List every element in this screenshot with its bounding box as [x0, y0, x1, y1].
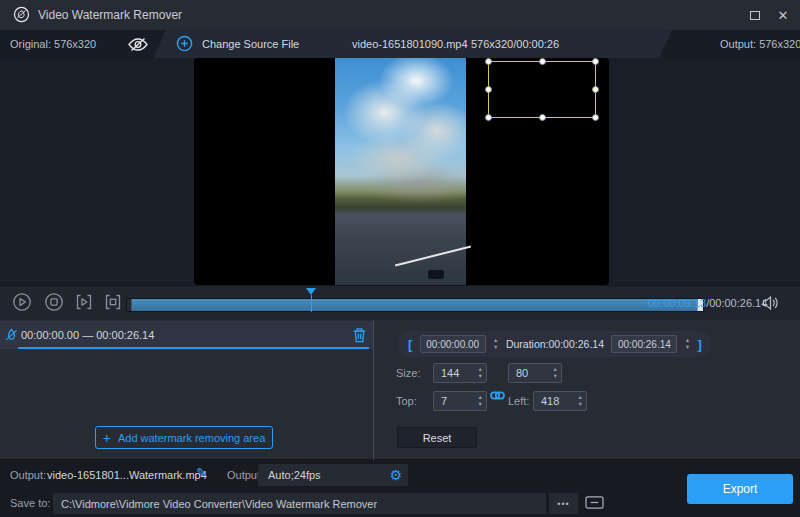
spin-down-icon[interactable]: ▼: [553, 374, 558, 379]
size-width-value[interactable]: 144: [434, 367, 478, 379]
change-source-file-button[interactable]: Change Source File: [202, 38, 299, 50]
spin-down-icon[interactable]: ▼: [478, 402, 483, 407]
selection-handle[interactable]: [539, 114, 546, 121]
watermark-area-row[interactable]: 00:00:00.00 — 00:00:26.14: [0, 321, 373, 349]
spin-down-icon[interactable]: ▼: [478, 374, 483, 379]
size-label: Size:: [396, 367, 420, 379]
spin-down-icon[interactable]: ▼: [578, 402, 583, 407]
start-time-field[interactable]: 00:00:00.00: [420, 335, 486, 353]
time-range-strip: [ 00:00:00.00 ▲ ▼ Duration:00:00:26.14 0…: [398, 331, 712, 357]
top-field[interactable]: 7 ▲ ▼: [433, 391, 487, 411]
selection-handle[interactable]: [592, 114, 599, 121]
format-settings-gear-icon[interactable]: ⚙: [389, 468, 408, 482]
plus-icon: +: [103, 431, 111, 445]
range-start-bracket: [: [408, 337, 412, 352]
left-field[interactable]: 418 ▲ ▼: [533, 391, 587, 411]
selection-handle[interactable]: [539, 58, 546, 65]
play-button[interactable]: [12, 292, 32, 312]
duration-label: Duration:00:00:26.14: [506, 338, 604, 350]
save-path-field[interactable]: C:\Vidmore\Vidmore Video Converter\Video…: [53, 493, 546, 514]
output-filename: video-1651801...Watermark.mp4: [47, 469, 207, 481]
selection-handle[interactable]: [592, 86, 599, 93]
size-width-field[interactable]: 144 ▲ ▼: [433, 363, 487, 383]
output-resolution-label: Output: 576x320: [720, 38, 800, 50]
stop-segment-button[interactable]: [103, 292, 123, 312]
spin-up-icon[interactable]: ▲: [553, 367, 558, 372]
source-filename-label: video-1651801090.mp4: [352, 38, 468, 50]
close-button[interactable]: ✕: [770, 0, 796, 30]
watermark-selection-box[interactable]: [488, 61, 596, 118]
trim-start-handle[interactable]: [127, 299, 132, 311]
spin-up-icon[interactable]: ▲: [493, 338, 498, 343]
spin-up-icon[interactable]: ▲: [685, 338, 690, 343]
spin-down-icon[interactable]: ▼: [493, 345, 498, 350]
end-time-field[interactable]: 00:00:26.14: [611, 335, 677, 353]
open-folder-icon[interactable]: [584, 494, 605, 515]
preview-toggle-eye-icon[interactable]: [127, 37, 149, 56]
app-logo-icon: [13, 6, 30, 23]
source-dimensions-label: 576x320/00:00:26: [471, 38, 559, 50]
range-end-bracket: ]: [698, 337, 702, 352]
video-preview: [335, 58, 466, 285]
preview-area: [0, 58, 800, 285]
top-value[interactable]: 7: [434, 395, 478, 407]
size-height-stepper[interactable]: ▲ ▼: [553, 367, 561, 379]
save-to-label: Save to:: [10, 497, 50, 509]
volume-icon[interactable]: [762, 295, 781, 315]
output-file-label: Output:: [10, 469, 46, 481]
size-width-stepper[interactable]: ▲ ▼: [478, 367, 486, 379]
app-window: Video Watermark Remover ✕ Original: 576x…: [0, 0, 800, 517]
original-resolution-label: Original: 576x320: [10, 38, 96, 50]
total-time: /00:00:26.14: [706, 297, 767, 309]
toolbar: Original: 576x320 Change Source File vid…: [0, 30, 800, 58]
bottom-bar: Output: video-1651801...Watermark.mp4 ✎ …: [0, 460, 800, 517]
left-value[interactable]: 418: [534, 395, 578, 407]
watermark-time-range: 00:00:00.00 — 00:00:26.14: [21, 329, 154, 341]
play-segment-button[interactable]: [74, 292, 94, 312]
spin-up-icon[interactable]: ▲: [578, 395, 583, 400]
delete-watermark-icon[interactable]: [352, 327, 367, 347]
output-format-select[interactable]: Auto;24fps ⚙: [258, 464, 408, 486]
spin-down-icon[interactable]: ▼: [685, 345, 690, 350]
top-label: Top:: [396, 395, 417, 407]
spin-up-icon[interactable]: ▲: [478, 367, 483, 372]
selection-handle[interactable]: [485, 58, 492, 65]
top-stepper[interactable]: ▲ ▼: [478, 395, 486, 407]
playhead-line: [311, 295, 312, 312]
size-height-value[interactable]: 80: [509, 367, 553, 379]
video-frame: [194, 58, 609, 285]
add-source-plus-icon[interactable]: [176, 35, 193, 52]
panel-divider: [373, 320, 374, 460]
size-height-field[interactable]: 80 ▲ ▼: [508, 363, 562, 383]
start-time-stepper[interactable]: ▲ ▼: [493, 338, 498, 350]
spin-up-icon[interactable]: ▲: [478, 395, 483, 400]
selected-row-underline: [18, 347, 369, 349]
playhead[interactable]: [306, 288, 316, 295]
transport-bar: 00:00:09.13/00:00:26.14: [0, 285, 800, 320]
browse-more-button[interactable]: •••: [549, 493, 578, 514]
export-button[interactable]: Export: [687, 474, 793, 504]
selection-handle[interactable]: [485, 114, 492, 121]
rename-pencil-icon[interactable]: ✎: [196, 465, 207, 480]
watermark-remover-icon: [5, 328, 18, 346]
end-time-stepper[interactable]: ▲ ▼: [685, 338, 690, 350]
time-readout: 00:00:09.13/00:00:26.14: [648, 297, 767, 309]
workspace: 00:00:00.00 — 00:00:26.14 + Add watermar…: [0, 320, 800, 460]
left-label: Left:: [508, 395, 529, 407]
aspect-link-icon[interactable]: [490, 387, 505, 405]
window-title: Video Watermark Remover: [38, 8, 182, 22]
boat-motor: [428, 270, 444, 279]
selection-handle[interactable]: [485, 86, 492, 93]
selection-handle[interactable]: [592, 58, 599, 65]
boat-rail: [395, 246, 471, 267]
maximize-button[interactable]: [742, 0, 768, 30]
stop-button[interactable]: [44, 292, 64, 312]
timeline-slider[interactable]: [126, 298, 704, 312]
add-watermark-area-button[interactable]: + Add watermark removing area: [95, 426, 273, 449]
reset-button[interactable]: Reset: [397, 427, 477, 448]
output-format-value: Auto;24fps: [258, 469, 389, 481]
left-stepper[interactable]: ▲ ▼: [578, 395, 586, 407]
current-time: 00:00:09.13: [648, 297, 706, 309]
save-path-value: C:\Vidmore\Vidmore Video Converter\Video…: [53, 498, 377, 510]
titlebar: Video Watermark Remover ✕: [0, 0, 800, 30]
